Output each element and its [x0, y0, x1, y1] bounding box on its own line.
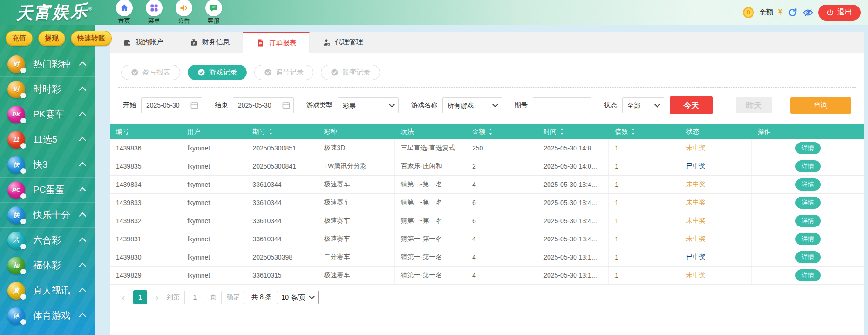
detail-button[interactable]: 详情: [795, 269, 821, 281]
eye-off-icon[interactable]: [803, 7, 813, 18]
detail-button[interactable]: 详情: [795, 233, 821, 245]
sidebar-item[interactable]: 真 真人视讯: [0, 278, 95, 303]
detail-button[interactable]: 详情: [795, 142, 821, 154]
tab-label: 订单报表: [269, 39, 297, 48]
sidebar-item[interactable]: 福 福体彩: [0, 253, 95, 278]
goto-confirm-button[interactable]: 确定: [221, 291, 245, 304]
cell-multiple: 1: [609, 212, 680, 230]
subtab-profit-report[interactable]: 盈亏报表: [121, 65, 180, 80]
sidebar-item[interactable]: PK PK赛车: [0, 102, 95, 127]
lottery-ball-icon: 真: [7, 282, 25, 300]
tab-finance-info[interactable]: ¥ 财务信息: [176, 32, 243, 53]
column-header[interactable]: 倍数: [609, 128, 680, 136]
sidebar-item-label: PC蛋蛋: [33, 184, 81, 196]
game-type-select[interactable]: 彩票: [338, 97, 399, 113]
prev-page-arrow[interactable]: ‹: [118, 292, 129, 303]
cell-multiple: 1: [609, 176, 680, 193]
tab-bar: 我的账户 ¥ 财务信息 订单报表 代理管理: [110, 32, 864, 53]
sidebar-item[interactable]: 时 热门彩种: [0, 52, 95, 77]
column-header[interactable]: 操作: [752, 128, 864, 136]
withdraw-button[interactable]: 提现: [38, 31, 65, 46]
column-header[interactable]: 金额: [466, 128, 537, 136]
announcement-icon: [176, 0, 192, 16]
cell-action: 详情: [752, 267, 864, 284]
today-button[interactable]: 今天: [670, 96, 713, 114]
table-row: 1439836 fkymnet 202505300851 极速3D 三星直选-直…: [110, 139, 864, 157]
recharge-button[interactable]: 充值: [6, 31, 33, 46]
current-page-button[interactable]: 1: [133, 290, 147, 304]
logout-button[interactable]: 退出: [818, 5, 861, 21]
cell-play: 百家乐-庄闲和: [395, 157, 466, 175]
tab-my-account[interactable]: 我的账户: [110, 32, 176, 53]
game-name-select[interactable]: 所有游戏: [442, 97, 502, 113]
nav-item-menu[interactable]: 菜单: [142, 0, 166, 25]
report-document-icon: [256, 39, 264, 47]
tab-order-report[interactable]: 订单报表: [243, 32, 310, 53]
sidebar-item-label: PK赛车: [33, 108, 81, 121]
lottery-ball-icon: 六: [7, 232, 25, 249]
wallet-icon: [123, 38, 131, 47]
nav-label: 公告: [178, 17, 190, 25]
customer-service-icon: [205, 0, 222, 16]
detail-button[interactable]: 详情: [795, 178, 821, 191]
sidebar-item[interactable]: 11 11选5: [0, 127, 95, 152]
search-button[interactable]: 查询: [790, 97, 851, 114]
column-header[interactable]: 编号: [110, 128, 181, 136]
pagination: ‹ 1 › 到第 页 确定 共 8 条 10 条/页: [110, 290, 864, 304]
sidebar-item-label: 11选5: [33, 133, 81, 146]
detail-button[interactable]: 详情: [795, 197, 821, 209]
subtab-account-changes[interactable]: 账变记录: [321, 65, 380, 80]
next-page-arrow[interactable]: ›: [152, 292, 162, 303]
lottery-ball-icon: PC: [7, 181, 25, 199]
nav-item-customer-service[interactable]: 客服: [202, 0, 225, 25]
cell-user: fkymnet: [181, 212, 246, 230]
detail-button[interactable]: 详情: [795, 251, 821, 263]
detail-button[interactable]: 详情: [795, 215, 821, 227]
cell-user: fkymnet: [181, 157, 246, 175]
cell-lottery: 极速赛车: [318, 230, 395, 248]
goto-page-input[interactable]: [184, 291, 205, 304]
nav-item-announcement[interactable]: 公告: [172, 0, 196, 25]
column-header[interactable]: 状态: [680, 128, 752, 136]
column-header[interactable]: 用户: [181, 128, 246, 136]
status-select[interactable]: 全部: [622, 97, 664, 113]
sort-icon: [560, 128, 564, 135]
cell-time: 2025-05-30 14:8...: [537, 139, 609, 157]
sidebar-item[interactable]: 快 快3: [0, 152, 95, 178]
column-header[interactable]: 期号: [246, 128, 318, 136]
top-nav: 首页 菜单 公告 客服: [113, 0, 225, 25]
per-page-select-wrap: 10 条/页: [277, 291, 319, 304]
start-date-input[interactable]: [141, 97, 202, 113]
table-row: 1439830 fkymnet 20250530398 二分赛车 猜第一-第一名…: [110, 248, 864, 267]
status-badge: 未中奖: [686, 235, 706, 243]
yesterday-button[interactable]: 昨天: [736, 97, 772, 113]
end-date-input[interactable]: [233, 97, 294, 113]
issue-number-input[interactable]: [533, 97, 591, 113]
finance-icon: ¥: [190, 38, 198, 47]
nav-label: 首页: [118, 17, 130, 25]
column-header[interactable]: 玩法: [395, 128, 466, 136]
cell-id: 1439830: [110, 248, 181, 266]
column-header[interactable]: 时间: [537, 128, 609, 136]
lottery-ball-icon: 快: [7, 206, 25, 224]
cell-lottery: 二分赛车: [318, 248, 395, 266]
quick-transfer-button[interactable]: 快速转账: [71, 31, 112, 46]
start-date-label: 开始: [123, 101, 136, 109]
sidebar-item[interactable]: 体 体育游戏: [0, 303, 95, 328]
tab-agent-manage[interactable]: 代理管理: [310, 32, 376, 53]
nav-item-home[interactable]: 首页: [113, 0, 136, 25]
subtab-chase-records[interactable]: 追号记录: [254, 65, 313, 80]
sidebar-item-label: 体育游戏: [33, 309, 81, 322]
column-header[interactable]: 彩种: [318, 128, 395, 136]
balance-currency: ¥: [778, 8, 782, 17]
detail-button[interactable]: 详情: [795, 160, 821, 172]
sidebar-item[interactable]: 快 快乐十分: [0, 203, 95, 228]
sidebar-item[interactable]: 六 六合彩: [0, 228, 95, 253]
sidebar-item[interactable]: 时 时时彩: [0, 77, 95, 102]
sidebar-item[interactable]: PC PC蛋蛋: [0, 178, 95, 203]
per-page-select[interactable]: 10 条/页: [277, 291, 319, 304]
subtab-game-records[interactable]: 游戏记录: [188, 65, 247, 80]
check-circle-icon: [131, 68, 139, 76]
lottery-ball-icon: 快: [7, 156, 25, 174]
refresh-icon[interactable]: [787, 7, 798, 18]
